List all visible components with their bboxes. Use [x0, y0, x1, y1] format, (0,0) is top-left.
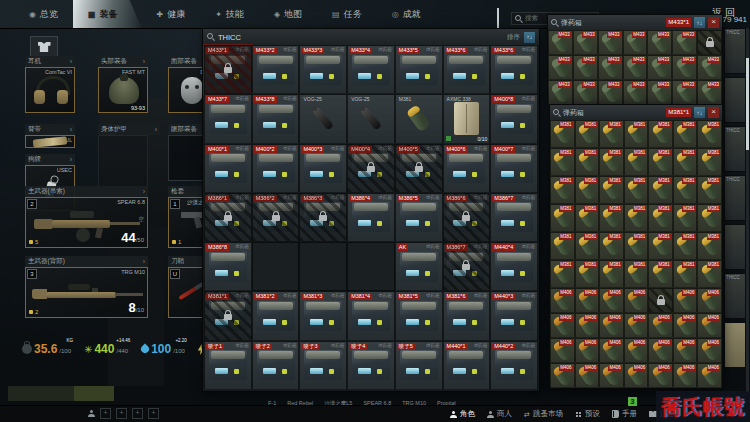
tab-map[interactable]: ◈地图: [259, 0, 317, 28]
ammo-item-M381[interactable]: M381: [550, 120, 575, 148]
ammo-item-M406[interactable]: M406: [673, 363, 698, 388]
ammo-item-M381[interactable]: M381: [550, 232, 575, 260]
ammo-item-M381[interactable]: M381: [575, 120, 600, 148]
stash-item-M440*2[interactable]: M440*2弹药箱: [490, 341, 538, 390]
ammo-item-M381[interactable]: M381: [624, 176, 649, 204]
stash-item-M433*3[interactable]: M433*3弹药箱: [299, 45, 347, 94]
ammo-item-M433[interactable]: M433: [573, 80, 598, 105]
ammo-item-M381[interactable]: M381: [550, 148, 575, 176]
stash-search-input[interactable]: THICC: [218, 33, 241, 42]
ammo-item-M406[interactable]: M406: [673, 338, 698, 363]
ammo-item-M406[interactable]: M406: [624, 363, 649, 388]
invite-slot-button[interactable]: +: [132, 408, 143, 419]
stash-item-M386*5[interactable]: M386*5弹药箱: [395, 193, 443, 242]
stash-item-M386*4[interactable]: M386*4弹药箱: [347, 193, 395, 242]
ammo-item-M406[interactable]: M406: [550, 288, 575, 313]
stash-item-喷子3[interactable]: 喷子3弹药箱: [299, 341, 347, 390]
stash-item-M400*7[interactable]: M400*7弹药箱: [490, 144, 538, 193]
ammo-item-M433[interactable]: M433: [623, 30, 648, 55]
ammo-item-M381[interactable]: M381: [550, 260, 575, 288]
ammo-item-M433[interactable]: M433: [623, 55, 648, 80]
ammo-item-M381[interactable]: M381: [697, 260, 722, 288]
ammo-item-M433[interactable]: M433: [573, 30, 598, 55]
headwear-slot[interactable]: FAST MT 93-93: [98, 67, 148, 113]
invite-slot-button[interactable]: +: [148, 408, 159, 419]
ammo-item-M433[interactable]: M433: [672, 80, 697, 105]
stash-item-M381*2[interactable]: M381*2弹药箱: [252, 291, 300, 340]
stash-item-M386*2[interactable]: M386*2弹药箱: [252, 193, 300, 242]
stash-item-M400*2[interactable]: M400*2弹药箱: [252, 144, 300, 193]
stash-strip-case[interactable]: THICC: [724, 273, 746, 319]
stash-item-M440*1[interactable]: M440*1弹药箱: [443, 341, 491, 390]
bottom-tab-presets[interactable]: 预设: [575, 409, 600, 419]
stash-item-M440*4[interactable]: M440*4弹药箱: [490, 242, 538, 291]
ammo-item-M406[interactable]: M406: [697, 363, 722, 388]
ammo-item-M381[interactable]: M381: [575, 204, 600, 232]
sort-button[interactable]: ↑↓: [694, 107, 705, 118]
ammo-item-M381[interactable]: M381: [673, 260, 698, 288]
ammo-item-M381[interactable]: M381: [673, 232, 698, 260]
ammo-item-M381[interactable]: M381: [599, 260, 624, 288]
stash-strip-case[interactable]: [724, 77, 746, 123]
sort-button[interactable]: ↑↓: [524, 32, 535, 43]
stash-item-M386*3[interactable]: M386*3弹药箱: [299, 193, 347, 242]
ammo-item-M381[interactable]: M381: [624, 204, 649, 232]
bottom-tab-flea-market[interactable]: ⇄跳蚤市场: [524, 409, 563, 419]
ammo-item-M381[interactable]: M381: [697, 204, 722, 232]
ammo-item-M433[interactable]: M433: [647, 30, 672, 55]
stash-item-M386*8[interactable]: M386*8弹药箱: [204, 242, 252, 291]
ammo-item-M381[interactable]: M381: [673, 120, 698, 148]
sort-button[interactable]: ↑↓: [694, 17, 705, 28]
ammo-item-M381[interactable]: M381: [599, 204, 624, 232]
ammo-item-M406[interactable]: M406: [575, 363, 600, 388]
ammo-item-M406[interactable]: M406: [599, 288, 624, 313]
ammo-item-M433[interactable]: M433: [598, 30, 623, 55]
bottom-tab-handbook[interactable]: 手册: [612, 409, 637, 419]
primary-sling-slot[interactable]: 2 SPEAR 6.8 空 5 44/50: [25, 197, 148, 248]
outfit-button[interactable]: [30, 36, 58, 58]
stash-item-M381*1[interactable]: M381*1弹药箱: [204, 291, 252, 340]
ammo-item-M406[interactable]: M406: [624, 288, 649, 313]
ammo-item-M433[interactable]: M433: [647, 80, 672, 105]
tab-tasks[interactable]: ▤任务: [317, 0, 377, 28]
stash-strip-case[interactable]: [724, 322, 746, 368]
ammo-item-M381[interactable]: M381: [648, 232, 673, 260]
ammo-item-M433[interactable]: M433: [548, 30, 573, 55]
ammo-item-M381[interactable]: M381: [648, 204, 673, 232]
stash-item-喷子1[interactable]: 喷子1弹药箱: [204, 341, 252, 390]
stash-item-M386*7[interactable]: M386*7弹药箱: [443, 242, 491, 291]
ammo-item-M406[interactable]: M406: [648, 363, 673, 388]
ammo-item-M433[interactable]: M433: [672, 55, 697, 80]
stash-item-喷子4[interactable]: 喷子4弹药箱: [347, 341, 395, 390]
ammo-item-M406[interactable]: M406: [673, 313, 698, 338]
ammo-item-M433[interactable]: M433: [623, 80, 648, 105]
ammo-item-M433[interactable]: M433: [548, 55, 573, 80]
stash-item-M386*6[interactable]: M386*6弹药箱: [443, 193, 491, 242]
ammo-item-M406[interactable]: M406: [599, 363, 624, 388]
bottom-tab-character[interactable]: 角色: [450, 409, 475, 419]
ammo-item-M406[interactable]: M406: [550, 363, 575, 388]
tab-overview[interactable]: ◉总览: [14, 0, 73, 28]
ammo-item-M433[interactable]: M433: [697, 55, 722, 80]
stash-item-M433*5[interactable]: M433*5弹药箱: [395, 45, 443, 94]
ammo-item-M406[interactable]: M406: [599, 338, 624, 363]
stash-item-M400*1[interactable]: M400*1弹药箱: [204, 144, 252, 193]
bottom-tab-traders[interactable]: 商人: [487, 409, 512, 419]
tab-achievements[interactable]: ◎成就: [377, 0, 436, 28]
stash-item-M381[interactable]: M381: [395, 94, 443, 143]
stash-scrollbar[interactable]: [746, 28, 749, 392]
stash-strip-case[interactable]: THICC: [724, 28, 746, 74]
stash-strip-case[interactable]: THICC: [724, 126, 746, 172]
stash-item-M400*5[interactable]: M400*5弹药箱: [395, 144, 443, 193]
ammo-item-M381[interactable]: M381: [599, 148, 624, 176]
ammo-item-M381[interactable]: M381: [550, 176, 575, 204]
ammo-item-M381[interactable]: M381: [599, 120, 624, 148]
ammo-item-M406[interactable]: M406: [575, 288, 600, 313]
ammo-item-M406[interactable]: M406: [575, 313, 600, 338]
ammo-item-M381[interactable]: M381: [575, 232, 600, 260]
ammo-item-M406[interactable]: M406: [697, 313, 722, 338]
ammo-item-M406[interactable]: M406: [697, 338, 722, 363]
ammo-item-M381[interactable]: M381: [673, 204, 698, 232]
ammo-item-M381[interactable]: M381: [575, 148, 600, 176]
ammo-item-M406[interactable]: M406: [648, 313, 673, 338]
